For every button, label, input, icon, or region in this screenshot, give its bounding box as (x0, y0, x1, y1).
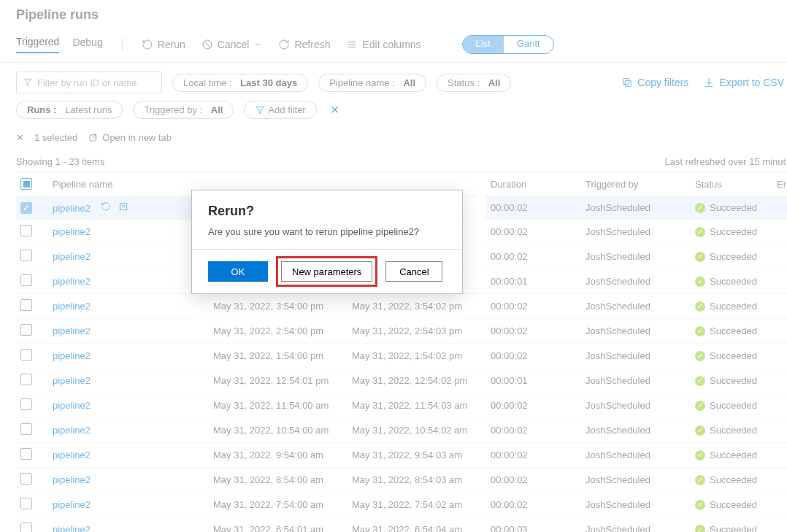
modal-title: Rerun? (208, 204, 446, 219)
modal-cancel-button[interactable]: Cancel (385, 261, 442, 282)
modal-message: Are you sure you want to rerun pipeline … (208, 226, 446, 237)
rerun-modal: Rerun? Are you sure you want to rerun pi… (191, 190, 463, 294)
modal-ok-button[interactable]: OK (208, 261, 268, 282)
modal-new-parameters-button[interactable]: New parameters (281, 261, 372, 282)
